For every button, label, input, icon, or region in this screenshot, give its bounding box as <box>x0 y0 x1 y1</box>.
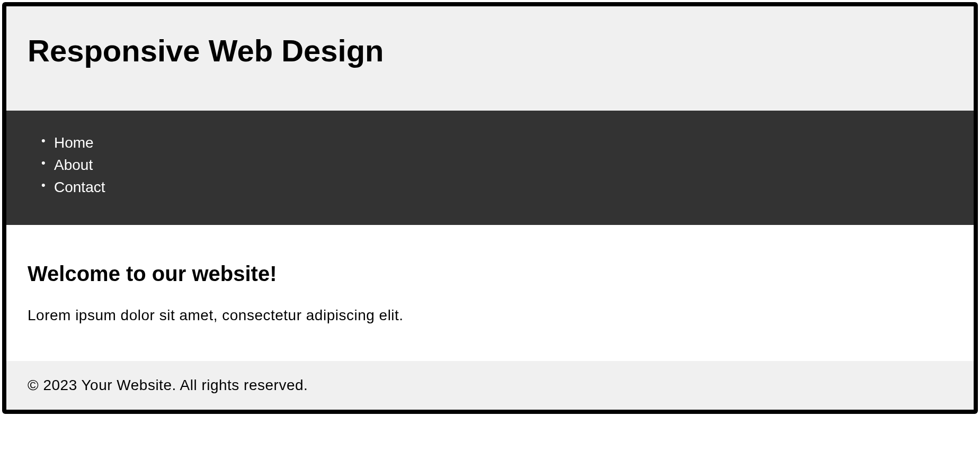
page-container: Responsive Web Design Home About Contact… <box>2 2 978 414</box>
page-header: Responsive Web Design <box>6 6 974 111</box>
nav-item-about[interactable]: About <box>54 154 952 176</box>
footer-text: © 2023 Your Website. All rights reserved… <box>28 377 952 394</box>
page-footer: © 2023 Your Website. All rights reserved… <box>6 361 974 410</box>
page-title: Responsive Web Design <box>28 33 952 68</box>
nav-link-contact[interactable]: Contact <box>54 179 105 195</box>
welcome-heading: Welcome to our website! <box>28 262 952 286</box>
welcome-paragraph: Lorem ipsum dolor sit amet, consectetur … <box>28 307 952 324</box>
nav-link-about[interactable]: About <box>54 157 93 173</box>
nav-item-home[interactable]: Home <box>54 132 952 154</box>
main-nav: Home About Contact <box>6 111 974 225</box>
nav-item-contact[interactable]: Contact <box>54 176 952 198</box>
nav-link-home[interactable]: Home <box>54 134 94 151</box>
main-content: Welcome to our website! Lorem ipsum dolo… <box>6 225 974 361</box>
nav-list: Home About Contact <box>28 132 952 198</box>
